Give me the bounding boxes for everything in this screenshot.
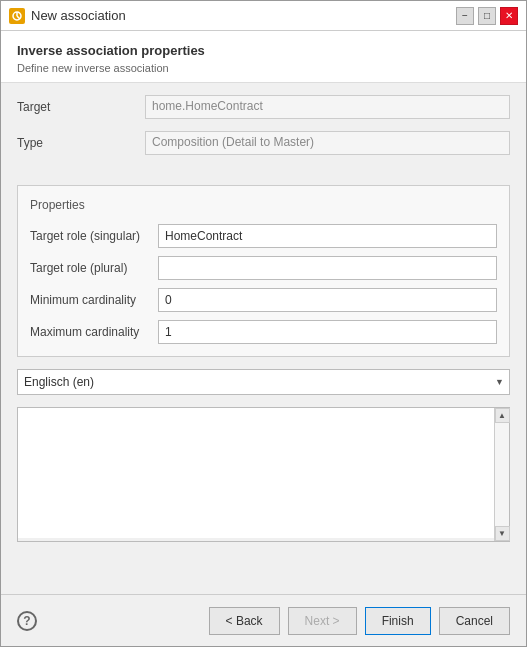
title-bar-left: New association [9, 8, 126, 24]
properties-title: Properties [30, 198, 497, 212]
section-subtitle: Define new inverse association [17, 62, 510, 74]
type-label: Type [17, 136, 137, 150]
section-header: Inverse association properties Define ne… [1, 31, 526, 83]
target-role-plural-label: Target role (plural) [30, 261, 150, 275]
section-title: Inverse association properties [17, 43, 510, 58]
window-controls: − □ ✕ [456, 7, 518, 25]
language-select-wrapper: Englisch (en) Deutsch (de) Français (fr) [17, 369, 510, 395]
window-title: New association [31, 8, 126, 23]
max-cardinality-input[interactable] [158, 320, 497, 344]
app-icon [9, 8, 25, 24]
footer: ? < Back Next > Finish Cancel [1, 594, 526, 646]
footer-buttons: < Back Next > Finish Cancel [209, 607, 510, 635]
target-role-plural-row: Target role (plural) [30, 256, 497, 280]
min-cardinality-label: Minimum cardinality [30, 293, 150, 307]
content-area: Target home.HomeContract Type Compositio… [1, 83, 526, 594]
close-button[interactable]: ✕ [500, 7, 518, 25]
description-textarea-container: ▲ ▼ [17, 407, 510, 542]
properties-box: Properties Target role (singular) Target… [17, 185, 510, 357]
finish-button[interactable]: Finish [365, 607, 431, 635]
restore-button[interactable]: □ [478, 7, 496, 25]
target-role-singular-input[interactable] [158, 224, 497, 248]
scroll-track [495, 423, 509, 526]
scroll-up-arrow[interactable]: ▲ [495, 408, 510, 423]
target-role-plural-input[interactable] [158, 256, 497, 280]
help-button[interactable]: ? [17, 611, 37, 631]
target-field-row: Target home.HomeContract [17, 95, 510, 119]
minimize-button[interactable]: − [456, 7, 474, 25]
title-bar: New association − □ ✕ [1, 1, 526, 31]
back-button[interactable]: < Back [209, 607, 280, 635]
max-cardinality-label: Maximum cardinality [30, 325, 150, 339]
language-select[interactable]: Englisch (en) Deutsch (de) Français (fr) [17, 369, 510, 395]
min-cardinality-input[interactable] [158, 288, 497, 312]
type-field-row: Type Composition (Detail to Master) [17, 131, 510, 155]
svg-line-2 [17, 16, 20, 19]
min-cardinality-row: Minimum cardinality [30, 288, 497, 312]
target-role-singular-row: Target role (singular) [30, 224, 497, 248]
max-cardinality-row: Maximum cardinality [30, 320, 497, 344]
target-value: home.HomeContract [145, 95, 510, 119]
scrollbar-right: ▲ ▼ [494, 408, 509, 541]
dialog-window: New association − □ ✕ Inverse associatio… [0, 0, 527, 647]
next-button[interactable]: Next > [288, 607, 357, 635]
scroll-down-arrow[interactable]: ▼ [495, 526, 510, 541]
cancel-button[interactable]: Cancel [439, 607, 510, 635]
description-textarea[interactable] [18, 408, 494, 538]
target-label: Target [17, 100, 137, 114]
type-value: Composition (Detail to Master) [145, 131, 510, 155]
target-role-singular-label: Target role (singular) [30, 229, 150, 243]
